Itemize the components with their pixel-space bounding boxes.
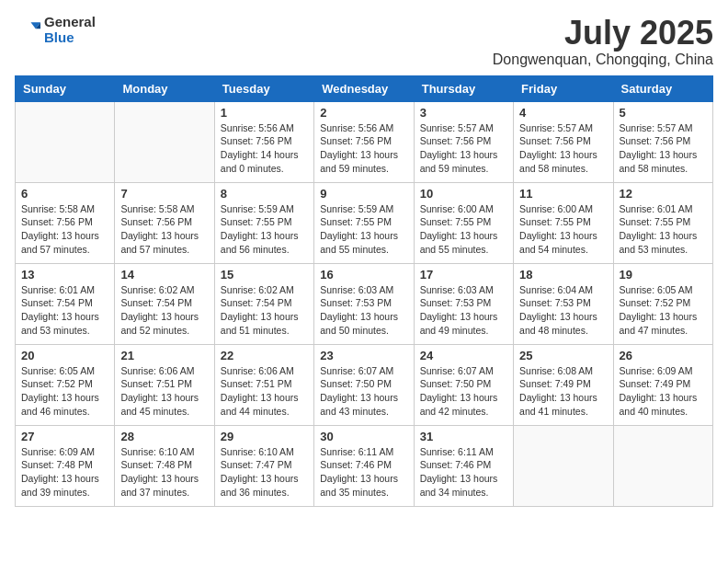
day-number: 2 bbox=[320, 106, 407, 120]
day-number: 1 bbox=[221, 106, 308, 120]
cell-info: Sunrise: 5:58 AMSunset: 7:56 PMDaylight:… bbox=[120, 202, 208, 257]
cell-info: Sunrise: 6:07 AMSunset: 7:50 PMDaylight:… bbox=[320, 364, 407, 419]
calendar-cell: 2Sunrise: 5:56 AMSunset: 7:56 PMDaylight… bbox=[314, 101, 414, 182]
week-row-4: 20Sunrise: 6:05 AMSunset: 7:52 PMDayligh… bbox=[16, 344, 713, 425]
calendar-cell: 24Sunrise: 6:07 AMSunset: 7:50 PMDayligh… bbox=[414, 344, 513, 425]
day-number: 11 bbox=[519, 187, 607, 201]
day-number: 17 bbox=[420, 268, 507, 282]
calendar-cell bbox=[16, 101, 115, 182]
cell-info: Sunrise: 6:02 AMSunset: 7:54 PMDaylight:… bbox=[120, 283, 208, 338]
calendar-cell: 1Sunrise: 5:56 AMSunset: 7:56 PMDaylight… bbox=[214, 101, 313, 182]
calendar-body: 1Sunrise: 5:56 AMSunset: 7:56 PMDaylight… bbox=[16, 101, 713, 506]
calendar-cell: 13Sunrise: 6:01 AMSunset: 7:54 PMDayligh… bbox=[16, 263, 115, 344]
calendar-cell: 25Sunrise: 6:08 AMSunset: 7:49 PMDayligh… bbox=[514, 344, 613, 425]
calendar-cell: 18Sunrise: 6:04 AMSunset: 7:53 PMDayligh… bbox=[514, 263, 613, 344]
calendar-cell: 29Sunrise: 6:10 AMSunset: 7:47 PMDayligh… bbox=[214, 425, 313, 506]
calendar-cell: 20Sunrise: 6:05 AMSunset: 7:52 PMDayligh… bbox=[16, 344, 115, 425]
day-number: 18 bbox=[519, 268, 607, 282]
cell-info: Sunrise: 6:01 AMSunset: 7:55 PMDaylight:… bbox=[620, 202, 707, 257]
day-number: 9 bbox=[320, 187, 407, 201]
calendar-cell: 31Sunrise: 6:11 AMSunset: 7:46 PMDayligh… bbox=[414, 425, 513, 506]
weekday-row: SundayMondayTuesdayWednesdayThursdayFrid… bbox=[16, 75, 713, 101]
day-number: 31 bbox=[420, 430, 507, 443]
calendar-cell: 22Sunrise: 6:06 AMSunset: 7:51 PMDayligh… bbox=[214, 344, 313, 425]
calendar-cell: 3Sunrise: 5:57 AMSunset: 7:56 PMDaylight… bbox=[414, 101, 513, 182]
title-area: July 2025 Dongwenquan, Chongqing, China bbox=[493, 15, 713, 68]
day-number: 19 bbox=[620, 268, 707, 282]
cell-info: Sunrise: 6:04 AMSunset: 7:53 PMDaylight:… bbox=[519, 283, 607, 338]
day-number: 15 bbox=[221, 268, 308, 282]
calendar-cell bbox=[613, 425, 712, 506]
calendar-cell bbox=[514, 425, 613, 506]
day-number: 4 bbox=[519, 106, 607, 120]
weekday-header-wednesday: Wednesday bbox=[314, 75, 414, 101]
logo-text: General Blue bbox=[44, 15, 96, 45]
cell-info: Sunrise: 6:08 AMSunset: 7:49 PMDaylight:… bbox=[519, 364, 607, 419]
calendar-cell: 28Sunrise: 6:10 AMSunset: 7:48 PMDayligh… bbox=[115, 425, 214, 506]
day-number: 28 bbox=[120, 430, 208, 443]
cell-info: Sunrise: 6:03 AMSunset: 7:53 PMDaylight:… bbox=[420, 283, 507, 338]
calendar-cell: 12Sunrise: 6:01 AMSunset: 7:55 PMDayligh… bbox=[613, 182, 712, 263]
cell-info: Sunrise: 6:05 AMSunset: 7:52 PMDaylight:… bbox=[21, 364, 108, 419]
day-number: 13 bbox=[21, 268, 108, 282]
logo-icon bbox=[15, 17, 40, 43]
cell-info: Sunrise: 5:57 AMSunset: 7:56 PMDaylight:… bbox=[620, 121, 707, 176]
day-number: 3 bbox=[420, 106, 507, 120]
day-number: 5 bbox=[620, 106, 707, 120]
day-number: 22 bbox=[221, 349, 308, 362]
cell-info: Sunrise: 6:09 AMSunset: 7:48 PMDaylight:… bbox=[21, 445, 108, 500]
logo-blue-text: Blue bbox=[44, 30, 96, 46]
cell-info: Sunrise: 6:09 AMSunset: 7:49 PMDaylight:… bbox=[620, 364, 707, 419]
cell-info: Sunrise: 6:05 AMSunset: 7:52 PMDaylight:… bbox=[620, 283, 707, 338]
cell-info: Sunrise: 5:56 AMSunset: 7:56 PMDaylight:… bbox=[320, 121, 407, 176]
logo: General Blue bbox=[15, 15, 96, 45]
weekday-header-saturday: Saturday bbox=[613, 75, 712, 101]
day-number: 6 bbox=[21, 187, 108, 201]
logo-general-text: General bbox=[44, 15, 96, 30]
day-number: 24 bbox=[420, 349, 507, 362]
day-number: 12 bbox=[620, 187, 707, 201]
month-year-title: July 2025 bbox=[493, 15, 713, 52]
cell-info: Sunrise: 6:06 AMSunset: 7:51 PMDaylight:… bbox=[120, 364, 208, 419]
week-row-5: 27Sunrise: 6:09 AMSunset: 7:48 PMDayligh… bbox=[16, 425, 713, 506]
calendar-table: SundayMondayTuesdayWednesdayThursdayFrid… bbox=[15, 75, 713, 507]
cell-info: Sunrise: 6:06 AMSunset: 7:51 PMDaylight:… bbox=[221, 364, 308, 419]
calendar-cell: 14Sunrise: 6:02 AMSunset: 7:54 PMDayligh… bbox=[115, 263, 214, 344]
calendar-cell: 4Sunrise: 5:57 AMSunset: 7:56 PMDaylight… bbox=[514, 101, 613, 182]
day-number: 30 bbox=[320, 430, 407, 443]
calendar-cell: 19Sunrise: 6:05 AMSunset: 7:52 PMDayligh… bbox=[613, 263, 712, 344]
calendar-cell bbox=[115, 101, 214, 182]
cell-info: Sunrise: 6:11 AMSunset: 7:46 PMDaylight:… bbox=[420, 445, 507, 500]
day-number: 14 bbox=[120, 268, 208, 282]
calendar-cell: 15Sunrise: 6:02 AMSunset: 7:54 PMDayligh… bbox=[214, 263, 313, 344]
calendar-cell: 23Sunrise: 6:07 AMSunset: 7:50 PMDayligh… bbox=[314, 344, 414, 425]
week-row-3: 13Sunrise: 6:01 AMSunset: 7:54 PMDayligh… bbox=[16, 263, 713, 344]
cell-info: Sunrise: 5:58 AMSunset: 7:56 PMDaylight:… bbox=[21, 202, 108, 257]
cell-info: Sunrise: 6:11 AMSunset: 7:46 PMDaylight:… bbox=[320, 445, 407, 500]
weekday-header-monday: Monday bbox=[115, 75, 214, 101]
day-number: 27 bbox=[21, 430, 108, 443]
calendar-cell: 27Sunrise: 6:09 AMSunset: 7:48 PMDayligh… bbox=[16, 425, 115, 506]
day-number: 26 bbox=[620, 349, 707, 362]
week-row-2: 6Sunrise: 5:58 AMSunset: 7:56 PMDaylight… bbox=[16, 182, 713, 263]
calendar-cell: 8Sunrise: 5:59 AMSunset: 7:55 PMDaylight… bbox=[214, 182, 313, 263]
cell-info: Sunrise: 6:00 AMSunset: 7:55 PMDaylight:… bbox=[420, 202, 507, 257]
calendar-cell: 10Sunrise: 6:00 AMSunset: 7:55 PMDayligh… bbox=[414, 182, 513, 263]
cell-info: Sunrise: 6:10 AMSunset: 7:48 PMDaylight:… bbox=[120, 445, 208, 500]
cell-info: Sunrise: 6:02 AMSunset: 7:54 PMDaylight:… bbox=[221, 283, 308, 338]
calendar-cell: 5Sunrise: 5:57 AMSunset: 7:56 PMDaylight… bbox=[613, 101, 712, 182]
cell-info: Sunrise: 5:57 AMSunset: 7:56 PMDaylight:… bbox=[519, 121, 607, 176]
cell-info: Sunrise: 6:01 AMSunset: 7:54 PMDaylight:… bbox=[21, 283, 108, 338]
calendar-cell: 30Sunrise: 6:11 AMSunset: 7:46 PMDayligh… bbox=[314, 425, 414, 506]
calendar-cell: 17Sunrise: 6:03 AMSunset: 7:53 PMDayligh… bbox=[414, 263, 513, 344]
cell-info: Sunrise: 6:07 AMSunset: 7:50 PMDaylight:… bbox=[420, 364, 507, 419]
day-number: 23 bbox=[320, 349, 407, 362]
calendar-cell: 21Sunrise: 6:06 AMSunset: 7:51 PMDayligh… bbox=[115, 344, 214, 425]
calendar-cell: 9Sunrise: 5:59 AMSunset: 7:55 PMDaylight… bbox=[314, 182, 414, 263]
day-number: 29 bbox=[221, 430, 308, 443]
day-number: 25 bbox=[519, 349, 607, 362]
day-number: 16 bbox=[320, 268, 407, 282]
day-number: 21 bbox=[120, 349, 208, 362]
calendar-cell: 11Sunrise: 6:00 AMSunset: 7:55 PMDayligh… bbox=[514, 182, 613, 263]
cell-info: Sunrise: 5:57 AMSunset: 7:56 PMDaylight:… bbox=[420, 121, 507, 176]
